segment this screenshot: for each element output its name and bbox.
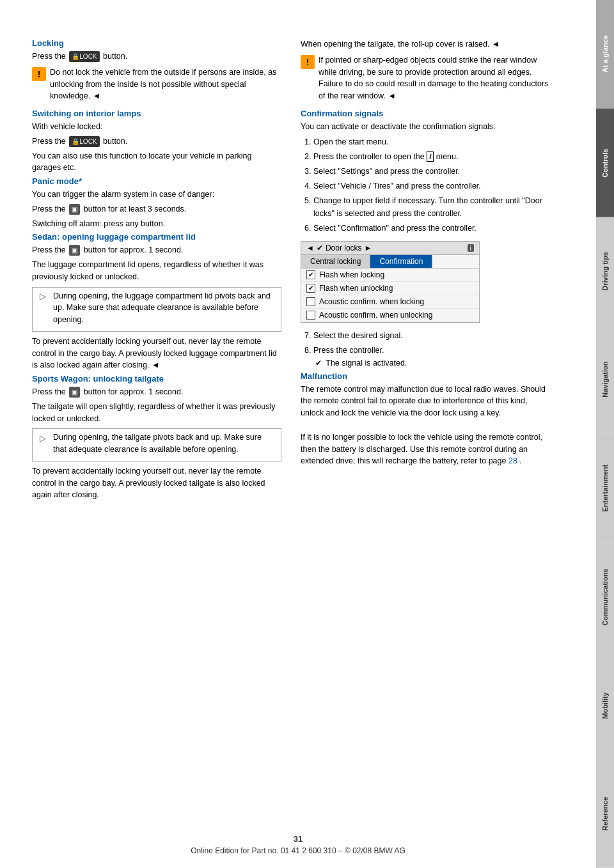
tailgate-text: When opening the tailgate, the roll-up c… (301, 38, 550, 50)
confirmation-intro: You can activate or deactivate the confi… (301, 121, 550, 133)
panic-mode-section: Panic mode* You can trigger the alarm sy… (32, 176, 281, 229)
panic-mode-text4: Switching off alarm: press any button. (32, 218, 281, 230)
sports-wagon-title: Sports Wagon: unlocking tailgate (32, 374, 281, 384)
activated-text: The signal is activated. (326, 359, 407, 368)
malfunction-section: Malfunction The remote control may malfu… (301, 371, 550, 468)
sidebar-tab-entertainment[interactable]: Entertainment (596, 434, 614, 543)
confirmation-section: Confirmation signals You can activate or… (301, 109, 550, 369)
checkmark-header-icon: ✔ (317, 244, 323, 252)
locking-press: Press the 🔒 LOCK button. (32, 50, 281, 63)
confirmation-steps-1: Open the start menu. Press the controlle… (313, 136, 550, 235)
lock-icon-2: 🔒 LOCK (69, 136, 99, 147)
step-8: Press the controller. ✔ The signal is ac… (313, 344, 550, 369)
row-acoustic-unlock: Acoustic confirm. when unlocking (301, 309, 479, 322)
nav-right-icon: ► (365, 244, 372, 252)
checkbox-flash-lock: ✔ (306, 270, 315, 279)
row-acoustic-lock: Acoustic confirm. when locking (301, 295, 479, 309)
door-locks-widget: ◄ ✔ Door locks ► i Central locking Confi… (301, 241, 480, 323)
sedan-title: Sedan: opening luggage compartment lid (32, 232, 281, 242)
sidebar-tab-driving-tips[interactable]: Driving tips (596, 217, 614, 326)
info-icon: i (468, 244, 474, 252)
label-acoustic-unlock: Acoustic confirm. when unlocking (319, 311, 432, 320)
copyright-text: Online Edition for Part no. 01 41 2 600 … (0, 846, 596, 855)
remote-icon: ▣ (69, 204, 80, 215)
warning-icon-1: ! (32, 67, 46, 81)
remote-icon-sw: ▣ (69, 387, 80, 398)
step-1: Open the start menu. (313, 136, 550, 148)
sedan-note-text: During opening, the luggage compartment … (53, 290, 277, 326)
sports-wagon-section: Sports Wagon: unlocking tailgate Press t… (32, 374, 281, 501)
left-column: Locking Press the 🔒 LOCK button. ! Do no… (32, 38, 281, 836)
checkbox-acoustic-unlock (306, 311, 315, 320)
nav-left-icon: ◄ (306, 244, 314, 252)
step-3: Select "Settings" and press the controll… (313, 165, 550, 178)
step-7: Select the desired signal. (313, 329, 550, 342)
panic-mode-text1: You can trigger the alarm system in case… (32, 189, 281, 201)
label-acoustic-lock: Acoustic confirm. when locking (319, 297, 424, 306)
locking-section: Locking Press the 🔒 LOCK button. ! Do no… (32, 38, 281, 105)
row-flash-unlock: ✔ Flash when unlocking (301, 282, 479, 295)
remote-icon-sedan: ▣ (69, 245, 80, 256)
lock-icon: 🔒 LOCK (69, 51, 99, 62)
locking-title: Locking (32, 38, 281, 48)
right-sidebar: At a glance Controls Driving tips Naviga… (596, 0, 614, 868)
sidebar-tab-communications[interactable]: Communications (596, 543, 614, 651)
switching-lamps-section: Switching on interior lamps With vehicle… (32, 109, 281, 174)
switching-lamps-text2: You can also use this function to locate… (32, 150, 281, 174)
tab-confirmation[interactable]: Confirmation (370, 255, 432, 268)
sports-wagon-text3: To prevent accidentally locking yourself… (32, 465, 281, 501)
confirmation-title: Confirmation signals (301, 109, 550, 118)
note-icon-sedan: ▷ (36, 290, 49, 303)
step-4: Select "Vehicle / Tires" and press the c… (313, 180, 550, 192)
confirmation-steps-2: Select the desired signal. Press the con… (313, 329, 550, 369)
sports-wagon-note: ▷ During opening, the tailgate pivots ba… (32, 428, 281, 461)
main-content: Locking Press the 🔒 LOCK button. ! Do no… (0, 0, 596, 868)
step-5: Change to upper field if necessary. Turn… (313, 194, 550, 220)
sidebar-tab-at-a-glance[interactable]: At a glance (596, 0, 614, 109)
sidebar-tab-reference[interactable]: Reference (596, 759, 614, 868)
sports-wagon-note-text: During opening, the tailgate pivots back… (53, 431, 277, 456)
checkmark-activated-icon: ✔ (313, 358, 324, 368)
door-locks-tabs: Central locking Confirmation (301, 255, 479, 268)
malfunction-text2: If it is no longer possible to lock the … (301, 431, 550, 467)
locking-warning: ! Do not lock the vehicle from the outsi… (32, 66, 281, 105)
checkbox-acoustic-lock (306, 297, 315, 306)
label-flash-unlock: Flash when unlocking (319, 284, 393, 293)
page-container: Locking Press the 🔒 LOCK button. ! Do no… (0, 0, 614, 868)
label-flash-lock: Flash when locking (319, 270, 384, 279)
sports-wagon-text1: Press the ▣ button for approx. 1 second. (32, 386, 281, 398)
sidebar-tab-navigation[interactable]: Navigation (596, 325, 614, 434)
malfunction-text1: The remote control may malfunction due t… (301, 384, 550, 419)
sidebar-tab-mobility[interactable]: Mobility (596, 651, 614, 760)
step-6: Select "Confirmation" and press the cont… (313, 222, 550, 235)
door-locks-header: ◄ ✔ Door locks ► i (301, 242, 479, 255)
sedan-text2: The luggage compartment lid opens, regar… (32, 259, 281, 283)
door-locks-header-left: ◄ ✔ Door locks ► (306, 244, 372, 252)
page-ref-link[interactable]: 28 (508, 456, 517, 465)
i-menu-icon: i (427, 151, 434, 162)
tab-central-locking[interactable]: Central locking (301, 255, 370, 268)
sharp-objects-text: If pointed or sharp-edged objects could … (319, 54, 550, 102)
sedan-text1: Press the ▣ button for approx. 1 second. (32, 244, 281, 256)
note-icon-sw: ▷ (36, 431, 49, 444)
sedan-text3: To prevent accidentally locking yourself… (32, 336, 281, 371)
switching-lamps-text1: With vehicle locked: (32, 121, 281, 133)
warning-icon-2: ! (301, 55, 315, 69)
switching-lamps-title: Switching on interior lamps (32, 109, 281, 118)
door-locks-header-title: Door locks (326, 244, 362, 252)
right-column: When opening the tailgate, the roll-up c… (301, 38, 550, 836)
panic-mode-press: Press the ▣ button for at least 3 second… (32, 203, 281, 215)
sports-wagon-text2: The tailgate will open slightly, regardl… (32, 401, 281, 425)
locking-warning-text: Do not lock the vehicle from the outside… (50, 66, 281, 102)
sedan-section: Sedan: opening luggage compartment lid P… (32, 232, 281, 371)
checkbox-flash-unlock: ✔ (306, 284, 315, 293)
switching-lamps-press: Press the 🔒 LOCK button. (32, 136, 281, 148)
page-number: 31 (0, 834, 596, 844)
malfunction-title: Malfunction (301, 371, 550, 381)
sidebar-tab-controls[interactable]: Controls (596, 109, 614, 217)
page-footer: 31 Online Edition for Part no. 01 41 2 6… (0, 834, 596, 855)
sharp-objects-warning: ! If pointed or sharp-edged objects coul… (301, 54, 550, 105)
sedan-note: ▷ During opening, the luggage compartmen… (32, 287, 281, 332)
row-flash-lock: ✔ Flash when locking (301, 268, 479, 282)
step-2: Press the controller to open the i menu. (313, 150, 550, 163)
